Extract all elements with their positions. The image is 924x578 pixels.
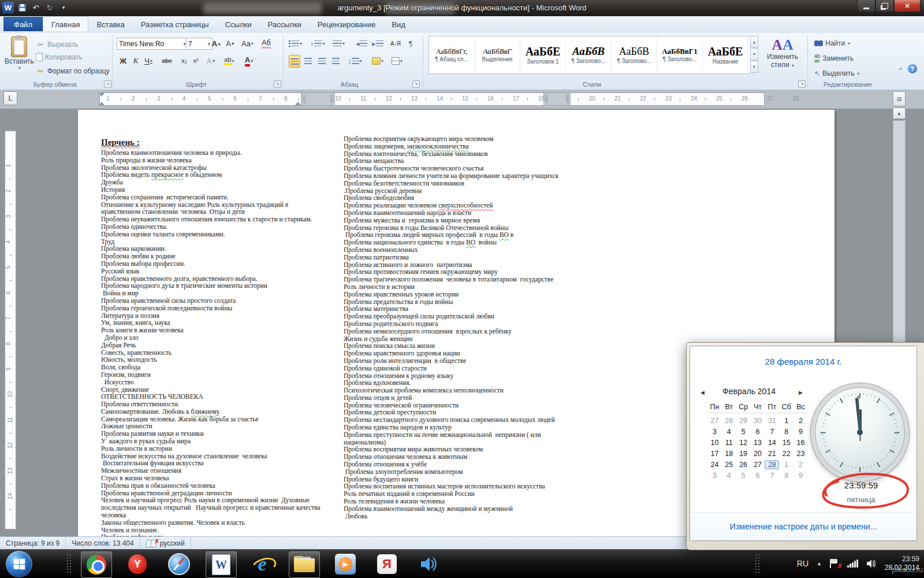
calendar-day[interactable]: 4 <box>722 427 736 436</box>
taskbar-item-word[interactable]: W <box>206 551 237 578</box>
taskbar-item-volume-mixer[interactable] <box>413 551 444 577</box>
styles-dialog-launcher[interactable]: ↘ <box>798 80 806 88</box>
calendar-day[interactable]: 16 <box>793 438 808 447</box>
calendar-day[interactable]: 3 <box>707 427 722 436</box>
decrease-indent-button[interactable]: ◂ <box>356 38 367 49</box>
calendar-day[interactable]: 31 <box>765 416 779 425</box>
calendar-day[interactable]: 12 <box>736 438 751 447</box>
calendar-day[interactable]: 9 <box>793 471 808 480</box>
strikethrough-button[interactable]: abc <box>162 55 172 66</box>
calendar-day[interactable]: 19 <box>736 449 751 458</box>
format-painter-button[interactable]: ✎ Формат по образцу <box>36 65 110 77</box>
taskbar-item-internet-explorer[interactable]: e <box>247 551 277 577</box>
taskbar-item-yandex[interactable]: Я <box>372 551 402 577</box>
style-item[interactable]: АаБбЕЗаголовок 1 <box>520 36 566 73</box>
taskbar-item-safari[interactable] <box>164 551 194 577</box>
align-center-button[interactable] <box>303 55 313 66</box>
calendar-day[interactable]: 9 <box>793 427 808 436</box>
calendar-day[interactable]: 21 <box>765 449 779 458</box>
replace-button[interactable]: abac Заменить <box>814 53 854 64</box>
style-item[interactable]: АаБбВвГг,¶ Абзац сп... <box>429 36 475 73</box>
font-size-combo[interactable]: 7▾ <box>186 38 213 50</box>
calendar-day[interactable]: 22 <box>779 449 793 458</box>
subscript-button[interactable]: x₂ <box>179 55 189 66</box>
change-case-button[interactable]: Аа▾ <box>241 38 254 49</box>
taskbar-item-chrome[interactable] <box>81 551 112 578</box>
calendar-day[interactable]: 13 <box>751 438 765 447</box>
collapse-ribbon-icon[interactable]: ^ <box>899 66 902 73</box>
calendar-day[interactable]: 5 <box>736 471 751 480</box>
calendar-day[interactable]: 7 <box>765 427 779 436</box>
calendar-day[interactable]: 23 <box>793 449 808 458</box>
calendar-day[interactable]: 6 <box>751 471 765 480</box>
style-item[interactable]: АаБбВвГВыделение <box>475 36 520 73</box>
calendar-day[interactable]: 14 <box>765 438 779 447</box>
styles-gallery-scroll[interactable]: ▲ ▼ ▼ <box>750 36 758 73</box>
gallery-up-icon[interactable]: ▲ <box>750 36 758 48</box>
font-dialog-launcher[interactable]: ↘ <box>274 80 281 88</box>
tab-главная[interactable]: Главная <box>43 16 88 31</box>
paste-button[interactable]: Вставить ▾ <box>5 36 34 71</box>
line-spacing-button[interactable]: ↕▾ <box>348 55 362 66</box>
calendar-day[interactable]: 8 <box>779 427 793 436</box>
change-date-time-settings-link[interactable]: Изменение настроек даты и времени... <box>730 522 877 531</box>
page-indicator[interactable]: Страница: 9 из 9 <box>0 537 66 550</box>
calendar-day[interactable]: 1 <box>779 460 793 469</box>
calendar-day[interactable]: 1 <box>779 416 793 425</box>
text-effects-button[interactable]: А▾ <box>206 55 216 66</box>
calendar-day[interactable]: 5 <box>736 427 751 436</box>
ruler-toggle-button[interactable]: ▤ <box>893 91 906 106</box>
multilevel-list-button[interactable]: ▾ <box>333 38 345 49</box>
calendar-day[interactable]: 29 <box>736 416 751 425</box>
tab-рассылки[interactable]: Рассылки <box>260 17 310 31</box>
tray-expand-icon[interactable]: ▲ <box>817 561 822 566</box>
taskbar-item-explorer-folder[interactable] <box>289 551 320 578</box>
close-button[interactable]: ✕ <box>894 0 921 12</box>
calendar-day[interactable]: 3 <box>707 471 722 480</box>
grow-font-button[interactable]: А▲ <box>211 38 222 49</box>
horizontal-ruler[interactable]: 1234567810111213141516171820212223242526… <box>99 92 765 106</box>
bold-button[interactable]: Ж <box>118 55 128 66</box>
show-marks-button[interactable]: ¶ <box>405 38 416 49</box>
clear-formatting-button[interactable]: Аб <box>261 38 271 49</box>
calendar-day[interactable]: 25 <box>722 460 736 469</box>
calendar-day[interactable]: 4 <box>722 471 736 480</box>
minimize-button[interactable] <box>857 0 875 12</box>
style-item[interactable]: АаБбВ¶ Заголово... <box>612 36 657 73</box>
calendar-day[interactable]: 2 <box>793 416 808 425</box>
calendar-day[interactable]: 7 <box>765 471 779 480</box>
tab-рецензирование[interactable]: Рецензирование <box>310 17 383 31</box>
select-button[interactable]: ↖ Выделить▾ <box>814 68 859 79</box>
first-line-indent-marker[interactable] <box>99 93 105 97</box>
cut-button[interactable]: ✂ Вырезать <box>36 39 78 50</box>
calendar-day[interactable]: 27 <box>751 460 765 469</box>
tab-вставка[interactable]: Вставка <box>88 17 132 31</box>
tab-ссылки[interactable]: Ссылки <box>217 17 260 31</box>
calendar-day[interactable]: 28 <box>765 460 779 469</box>
next-month-icon[interactable]: ► <box>798 389 804 396</box>
calendar-day[interactable]: 30 <box>751 416 765 425</box>
shading-button[interactable]: ▾ <box>372 55 383 66</box>
tab-вид[interactable]: Вид <box>383 17 413 31</box>
vertical-ruler[interactable]: 1234567891011121314 <box>5 131 16 529</box>
shrink-font-button[interactable]: А▼ <box>225 38 236 49</box>
calendar-day[interactable]: 2 <box>793 460 808 469</box>
find-button[interactable]: Найти▾ <box>814 38 850 49</box>
word-count[interactable]: Число слов: 13 404 <box>66 537 140 550</box>
language-indicator[interactable]: ✗ русский <box>140 537 191 550</box>
gallery-down-icon[interactable]: ▼ <box>750 48 758 60</box>
calendar-day[interactable]: 27 <box>707 416 722 425</box>
paragraph-dialog-launcher[interactable]: ↘ <box>412 80 420 88</box>
calendar-day[interactable]: 15 <box>779 438 793 447</box>
restore-button[interactable] <box>875 0 894 12</box>
calendar-day[interactable]: 26 <box>736 460 751 469</box>
calendar-day[interactable]: 11 <box>722 438 736 447</box>
calendar-day[interactable]: 20 <box>751 449 765 458</box>
highlight-button[interactable]: ab▾ <box>224 55 234 66</box>
volume-icon[interactable] <box>866 559 877 568</box>
style-item[interactable]: АаБбВвГ1¶ Заголово... <box>657 36 703 73</box>
calendar-day[interactable]: 17 <box>707 449 722 458</box>
hanging-indent-marker[interactable] <box>99 102 105 105</box>
help-icon[interactable]: ? <box>908 64 917 73</box>
language-switcher[interactable]: RU <box>797 559 808 568</box>
